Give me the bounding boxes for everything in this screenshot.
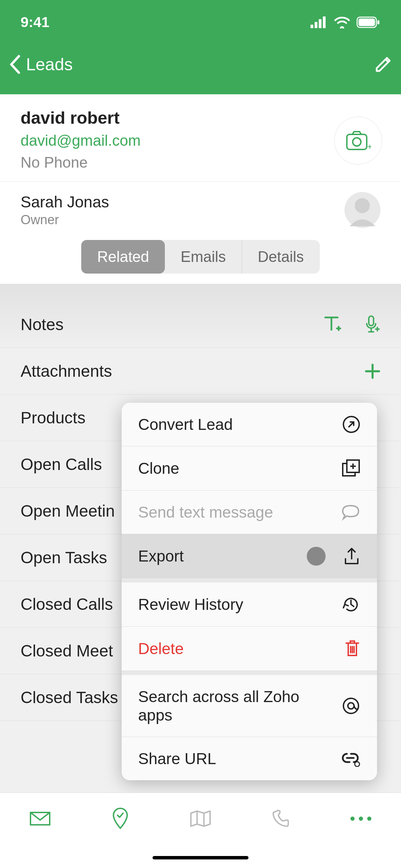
- action-sms-label: Send text message: [138, 503, 273, 521]
- action-search-all[interactable]: Search across all Zoho apps: [122, 671, 377, 737]
- svg-point-16: [348, 703, 354, 709]
- export-icon: [343, 546, 361, 566]
- action-share-label: Share URL: [138, 749, 216, 768]
- pencil-icon: [374, 55, 392, 74]
- related-open-calls-label: Open Calls: [21, 455, 102, 474]
- home-indicator[interactable]: [153, 856, 248, 859]
- cellular-icon: [311, 16, 328, 28]
- svg-rect-6: [377, 20, 379, 24]
- owner-role: Owner: [21, 213, 109, 227]
- chevron-left-icon: [9, 55, 21, 74]
- action-search-label: Search across all Zoho apps: [138, 687, 303, 724]
- pin-check-icon: [111, 808, 129, 830]
- action-convert-lead[interactable]: Convert Lead: [122, 403, 377, 446]
- more-icon: [349, 815, 373, 822]
- related-notes-label: Notes: [21, 315, 63, 334]
- svg-point-17: [355, 762, 360, 767]
- status-icons: [311, 16, 380, 28]
- battery-icon: [356, 16, 380, 28]
- action-convert-label: Convert Lead: [138, 415, 233, 434]
- history-icon: [341, 595, 361, 614]
- owner-info: Sarah Jonas Owner: [21, 193, 109, 227]
- related-attachments-label: Attachments: [21, 362, 112, 381]
- nav-bar: Leads: [0, 45, 401, 94]
- tab-emails[interactable]: Emails: [165, 240, 242, 274]
- action-export[interactable]: Export: [122, 534, 377, 578]
- related-open-tasks-label: Open Tasks: [21, 548, 107, 567]
- search-at-icon: [341, 696, 361, 715]
- plus-icon[interactable]: [365, 363, 380, 379]
- toolbar-checkin-button[interactable]: [108, 807, 132, 831]
- related-closed-meetings-label: Closed Meet: [21, 641, 113, 660]
- lead-email[interactable]: david@gmail.com: [21, 132, 380, 149]
- svg-point-21: [367, 817, 371, 821]
- avatar-placeholder-icon: [344, 192, 380, 228]
- edit-button[interactable]: [374, 55, 392, 74]
- link-icon: [340, 750, 361, 767]
- svg-point-19: [350, 817, 354, 821]
- action-delete-label: Delete: [138, 639, 184, 658]
- owner-row[interactable]: Sarah Jonas Owner: [0, 181, 401, 240]
- svg-point-8: [353, 138, 361, 146]
- svg-point-15: [343, 698, 359, 713]
- svg-rect-3: [323, 16, 326, 28]
- related-closed-tasks-label: Closed Tasks: [21, 688, 118, 707]
- lead-name: david robert: [21, 108, 380, 128]
- voice-note-icon[interactable]: [364, 315, 380, 334]
- toolbar-more-button[interactable]: [349, 807, 373, 831]
- toolbar-map-button[interactable]: [189, 807, 212, 831]
- camera-icon: +: [345, 130, 371, 151]
- action-clone[interactable]: Clone: [122, 446, 377, 491]
- action-review-history[interactable]: Review History: [122, 578, 377, 627]
- wifi-icon: [334, 16, 350, 28]
- svg-text:+: +: [367, 142, 371, 151]
- status-bar: 9:41: [0, 0, 401, 45]
- action-delete[interactable]: Delete: [122, 627, 377, 671]
- svg-rect-0: [311, 25, 313, 28]
- action-share-url[interactable]: Share URL: [122, 737, 377, 780]
- text-note-icon[interactable]: [323, 315, 342, 332]
- related-closed-calls-label: Closed Calls: [21, 595, 113, 614]
- arrow-out-circle-icon: [342, 415, 361, 434]
- svg-point-10: [355, 198, 370, 213]
- related-products-label: Products: [21, 408, 85, 427]
- svg-rect-5: [359, 19, 375, 26]
- action-export-label: Export: [138, 547, 184, 565]
- tab-related[interactable]: Related: [81, 240, 165, 274]
- map-icon: [189, 809, 212, 828]
- svg-rect-2: [319, 19, 321, 28]
- back-label: Leads: [26, 55, 73, 74]
- related-attachments[interactable]: Attachments: [0, 348, 401, 395]
- svg-rect-11: [369, 316, 374, 326]
- related-notes[interactable]: Notes: [0, 301, 401, 348]
- bottom-toolbar: [0, 793, 401, 868]
- status-time: 9:41: [21, 14, 49, 31]
- add-photo-button[interactable]: +: [334, 117, 382, 165]
- tabs: Related Emails Details: [0, 240, 401, 284]
- lead-phone-label: No Phone: [21, 154, 380, 171]
- related-open-meetings-label: Open Meetin: [21, 502, 115, 520]
- touch-indicator: [307, 547, 326, 566]
- svg-rect-1: [315, 22, 317, 28]
- toolbar-mail-button[interactable]: [28, 807, 52, 831]
- mail-icon: [29, 810, 51, 827]
- owner-name: Sarah Jonas: [21, 193, 109, 211]
- phone-icon: [271, 809, 290, 828]
- svg-point-20: [359, 817, 363, 821]
- action-review-label: Review History: [138, 595, 243, 614]
- svg-rect-7: [347, 134, 367, 149]
- owner-avatar: [344, 192, 380, 228]
- chat-bubble-icon: [341, 504, 361, 521]
- trash-icon: [344, 639, 361, 658]
- clone-icon: [341, 459, 361, 478]
- action-send-sms: Send text message: [122, 491, 377, 534]
- actions-popover: Convert Lead Clone Send text message Exp…: [122, 403, 377, 780]
- tab-details[interactable]: Details: [242, 240, 320, 274]
- action-clone-label: Clone: [138, 459, 179, 478]
- back-button[interactable]: Leads: [9, 55, 73, 74]
- toolbar-call-button[interactable]: [269, 807, 293, 831]
